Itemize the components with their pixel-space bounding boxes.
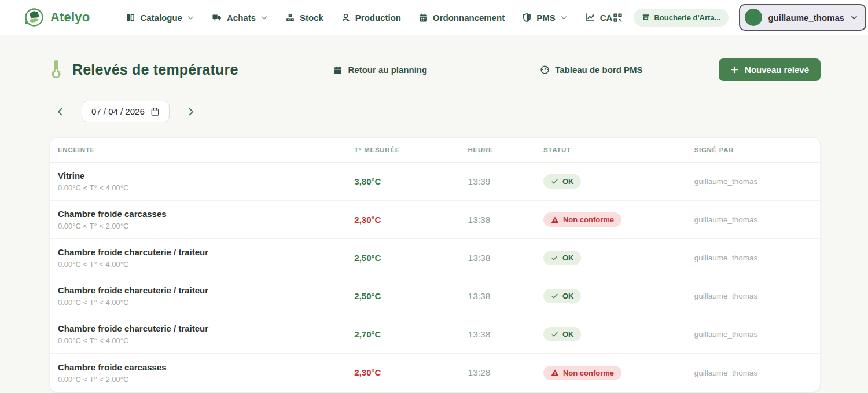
- status-badge: Non conforme: [543, 212, 621, 227]
- brand-logo[interactable]: Atelyo: [23, 6, 90, 28]
- book-icon: [126, 13, 135, 23]
- reading-time: 13:38: [468, 329, 543, 340]
- shield-icon: [522, 13, 532, 23]
- nav-item-production[interactable]: Production: [341, 13, 401, 23]
- table-header-row: Enceinte T° mesurée Heure Statut Signé p…: [50, 138, 820, 163]
- signed-by: guillaume_thomas: [694, 177, 820, 186]
- chef-icon: [341, 13, 351, 23]
- enclosure-name: Chambre froide carcasses: [58, 362, 354, 372]
- new-reading-button[interactable]: Nouveau relevé: [719, 58, 821, 81]
- thermometer-icon: [49, 60, 63, 80]
- table-row[interactable]: Chambre froide carcasses 0.00°C < T° < 2…: [50, 201, 820, 239]
- temperature-range: 0.00°C < T° < 4.00°C: [58, 336, 354, 345]
- user-name: guillaume_thomas: [768, 13, 844, 23]
- user-menu[interactable]: guillaume_thomas: [739, 4, 866, 31]
- page-title: Relevés de température: [72, 61, 238, 78]
- nav-item-stock[interactable]: Stock: [285, 13, 323, 23]
- calendar-icon: [150, 107, 160, 116]
- measured-temperature: 2,50°C: [354, 291, 381, 301]
- measured-temperature: 3,80°C: [354, 177, 381, 186]
- chevron-down-icon: [260, 14, 268, 21]
- reading-time: 13:39: [468, 177, 543, 187]
- column-header-temperature: T° mesurée: [354, 146, 468, 153]
- date-navigation: 07 / 04 / 2026: [49, 101, 821, 122]
- boxes-icon: [285, 13, 295, 23]
- main-navigation: Catalogue Achats Stock Production Ordonn…: [126, 12, 612, 23]
- signed-by: guillaume_thomas: [694, 254, 820, 262]
- nav-item-ordonnancement[interactable]: Ordonnancement: [418, 13, 505, 23]
- chevron-down-icon: [187, 14, 194, 21]
- measured-temperature: 2,70°C: [354, 329, 381, 339]
- chart-icon: [585, 12, 595, 23]
- pms-dashboard-link[interactable]: Tableau de bord PMS: [540, 65, 642, 75]
- table-row[interactable]: Chambre froide carcasses 0.00°C < T° < 2…: [50, 354, 820, 392]
- table-row[interactable]: Chambre froide charcuterie / traiteur 0.…: [50, 239, 820, 277]
- warning-icon: [551, 216, 559, 224]
- column-header-time: Heure: [468, 146, 543, 153]
- temperature-range: 0.00°C < T° < 4.00°C: [58, 183, 354, 192]
- check-icon: [551, 178, 558, 185]
- measured-temperature: 2,30°C: [354, 368, 381, 377]
- date-input[interactable]: 07 / 04 / 2026: [82, 101, 170, 122]
- status-badge: OK: [543, 289, 582, 303]
- next-day-button[interactable]: [182, 103, 200, 120]
- truck-icon: [212, 12, 222, 23]
- nav-item-achats[interactable]: Achats: [212, 12, 268, 23]
- signed-by: guillaume_thomas: [694, 330, 820, 339]
- nav-item-pms[interactable]: PMS: [522, 13, 568, 23]
- enclosure-name: Chambre froide carcasses: [58, 209, 354, 219]
- measured-temperature: 2,50°C: [354, 253, 381, 263]
- temperature-range: 0.00°C < T° < 4.00°C: [58, 260, 354, 269]
- table-row[interactable]: Chambre froide charcuterie / traiteur 0.…: [50, 315, 820, 354]
- store-icon: [642, 13, 650, 21]
- status-badge: OK: [543, 251, 582, 265]
- temperature-range: 0.00°C < T° < 2.00°C: [58, 375, 354, 384]
- atelyo-logo-icon: [23, 6, 45, 28]
- top-navbar: Atelyo Catalogue Achats Stock Production…: [0, 0, 868, 35]
- reading-time: 13:38: [468, 291, 543, 302]
- store-badge[interactable]: Boucherie d'Arta...: [634, 9, 729, 27]
- status-badge: OK: [543, 174, 582, 189]
- reading-time: 13:38: [468, 253, 543, 263]
- reading-time: 13:38: [468, 215, 543, 225]
- navbar-right: Boucherie d'Arta... guillaume_thomas: [612, 4, 866, 31]
- table-body: Vitrine 0.00°C < T° < 4.00°C 3,80°C 13:3…: [50, 163, 820, 392]
- enclosure-name: Chambre froide charcuterie / traiteur: [58, 324, 354, 333]
- status-badge: Non conforme: [543, 366, 621, 380]
- temperature-range: 0.00°C < T° < 2.00°C: [58, 222, 354, 230]
- status-badge: OK: [543, 327, 582, 341]
- avatar: [745, 9, 762, 26]
- enclosure-name: Vitrine: [58, 171, 354, 181]
- check-icon: [551, 330, 558, 338]
- nav-item-catalogue[interactable]: Catalogue: [126, 13, 194, 23]
- qr-grid-icon[interactable]: [612, 12, 623, 23]
- signed-by: guillaume_thomas: [694, 369, 820, 377]
- page-header: Relevés de température Retour au plannin…: [49, 58, 821, 81]
- readings-table: Enceinte T° mesurée Heure Statut Signé p…: [49, 137, 821, 392]
- chevron-down-icon: [850, 13, 858, 21]
- plus-icon: [730, 65, 739, 74]
- enclosure-name: Chambre froide charcuterie / traiteur: [58, 285, 354, 295]
- table-row[interactable]: Chambre froide charcuterie / traiteur 0.…: [50, 277, 820, 315]
- nav-item-ca[interactable]: CA: [585, 12, 613, 23]
- calendar-icon: [418, 13, 428, 23]
- warning-icon: [551, 369, 559, 377]
- previous-day-button[interactable]: [52, 103, 69, 120]
- signed-by: guillaume_thomas: [694, 292, 820, 300]
- check-icon: [551, 254, 558, 262]
- column-header-status: Statut: [543, 146, 694, 153]
- signed-by: guillaume_thomas: [694, 215, 820, 224]
- temperature-range: 0.00°C < T° < 4.00°C: [58, 298, 354, 307]
- gauge-icon: [540, 65, 550, 75]
- check-icon: [551, 292, 558, 300]
- column-header-enceinte: Enceinte: [58, 146, 354, 153]
- reading-time: 13:28: [468, 368, 543, 378]
- back-to-planning-link[interactable]: Retour au planning: [333, 65, 427, 75]
- brand-name: Atelyo: [50, 10, 90, 25]
- table-row[interactable]: Vitrine 0.00°C < T° < 4.00°C 3,80°C 13:3…: [50, 163, 820, 201]
- enclosure-name: Chambre froide charcuterie / traiteur: [58, 247, 354, 257]
- measured-temperature: 2,30°C: [354, 215, 381, 225]
- chevron-down-icon: [560, 14, 568, 21]
- column-header-signed-by: Signé par: [694, 146, 820, 153]
- calendar-icon: [333, 65, 343, 75]
